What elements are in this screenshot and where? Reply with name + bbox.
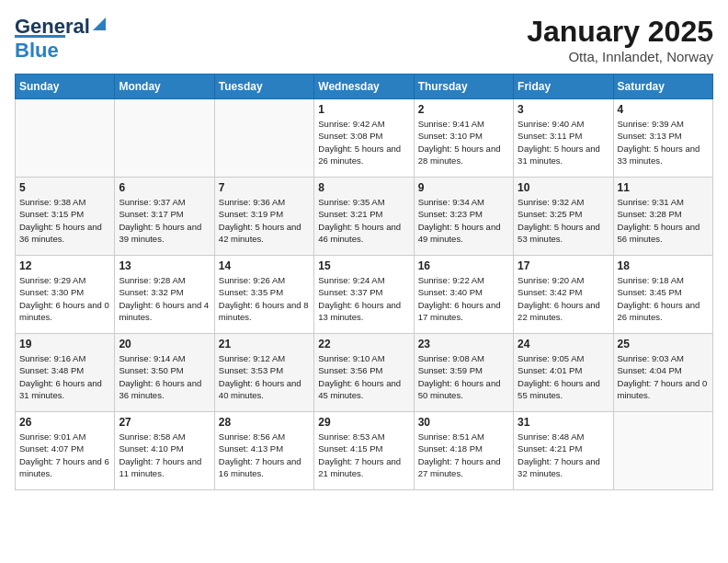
calendar-cell: 22Sunrise: 9:10 AM Sunset: 3:56 PM Dayli… — [314, 334, 414, 412]
day-number: 20 — [119, 338, 210, 350]
calendar-cell: 7Sunrise: 9:36 AM Sunset: 3:19 PM Daylig… — [214, 178, 313, 256]
calendar-cell: 30Sunrise: 8:51 AM Sunset: 4:18 PM Dayli… — [414, 412, 513, 490]
day-info: Sunrise: 9:01 AM Sunset: 4:07 PM Dayligh… — [19, 431, 110, 479]
day-info: Sunrise: 9:38 AM Sunset: 3:15 PM Dayligh… — [19, 196, 110, 245]
calendar-subtitle: Otta, Innlandet, Norway — [527, 49, 713, 64]
day-info: Sunrise: 9:35 AM Sunset: 3:21 PM Dayligh… — [318, 196, 409, 245]
day-number: 4 — [618, 103, 709, 116]
day-number: 14 — [219, 259, 310, 272]
day-info: Sunrise: 9:03 AM Sunset: 4:04 PM Dayligh… — [618, 352, 709, 401]
day-info: Sunrise: 9:08 AM Sunset: 3:59 PM Dayligh… — [418, 352, 509, 401]
calendar-cell: 10Sunrise: 9:32 AM Sunset: 3:25 PM Dayli… — [514, 178, 613, 256]
calendar-cell: 19Sunrise: 9:16 AM Sunset: 3:48 PM Dayli… — [16, 334, 115, 412]
day-info: Sunrise: 9:32 AM Sunset: 3:25 PM Dayligh… — [518, 196, 609, 245]
day-number: 11 — [618, 181, 709, 194]
calendar-cell: 24Sunrise: 9:05 AM Sunset: 4:01 PM Dayli… — [514, 334, 613, 412]
day-info: Sunrise: 9:05 AM Sunset: 4:01 PM Dayligh… — [518, 352, 609, 401]
day-number: 13 — [119, 259, 210, 272]
day-number: 30 — [418, 416, 509, 429]
day-info: Sunrise: 9:26 AM Sunset: 3:35 PM Dayligh… — [219, 274, 310, 323]
day-number: 27 — [119, 416, 210, 429]
day-info: Sunrise: 9:37 AM Sunset: 3:17 PM Dayligh… — [119, 196, 210, 245]
day-info: Sunrise: 9:22 AM Sunset: 3:40 PM Dayligh… — [418, 274, 509, 323]
calendar-cell: 17Sunrise: 9:20 AM Sunset: 3:42 PM Dayli… — [514, 256, 613, 334]
logo-blue: Blue — [15, 35, 65, 63]
day-number: 15 — [318, 259, 409, 272]
day-number: 26 — [19, 416, 110, 429]
calendar-cell — [115, 99, 214, 178]
calendar-cell: 1Sunrise: 9:42 AM Sunset: 3:08 PM Daylig… — [314, 99, 414, 178]
day-info: Sunrise: 9:41 AM Sunset: 3:10 PM Dayligh… — [418, 118, 509, 167]
day-info: Sunrise: 9:39 AM Sunset: 3:13 PM Dayligh… — [618, 118, 709, 167]
title-block: January 2025 Otta, Innlandet, Norway — [527, 15, 713, 64]
day-number: 7 — [219, 181, 310, 194]
calendar-cell: 13Sunrise: 9:28 AM Sunset: 3:32 PM Dayli… — [115, 256, 214, 334]
day-number: 31 — [518, 416, 609, 429]
calendar-cell: 18Sunrise: 9:18 AM Sunset: 3:45 PM Dayli… — [613, 256, 712, 334]
day-number: 1 — [318, 103, 409, 116]
day-number: 10 — [518, 181, 609, 194]
calendar-week-row: 12Sunrise: 9:29 AM Sunset: 3:30 PM Dayli… — [16, 256, 713, 334]
day-info: Sunrise: 8:56 AM Sunset: 4:13 PM Dayligh… — [219, 431, 310, 479]
day-info: Sunrise: 8:51 AM Sunset: 4:18 PM Dayligh… — [418, 431, 509, 479]
day-number: 24 — [518, 338, 609, 350]
calendar-cell: 27Sunrise: 8:58 AM Sunset: 4:10 PM Dayli… — [115, 412, 214, 490]
calendar-cell: 15Sunrise: 9:24 AM Sunset: 3:37 PM Dayli… — [314, 256, 414, 334]
svg-marker-0 — [93, 17, 106, 30]
day-info: Sunrise: 8:48 AM Sunset: 4:21 PM Dayligh… — [518, 431, 609, 479]
calendar-cell — [214, 99, 313, 178]
weekday-header-friday: Friday — [514, 75, 613, 99]
day-number: 29 — [318, 416, 409, 429]
calendar-cell: 29Sunrise: 8:53 AM Sunset: 4:15 PM Dayli… — [314, 412, 414, 490]
day-number: 19 — [19, 338, 110, 350]
day-number: 12 — [19, 259, 110, 272]
day-number: 21 — [219, 338, 310, 350]
weekday-header-sunday: Sunday — [16, 75, 115, 99]
weekday-header-monday: Monday — [115, 75, 214, 99]
day-number: 17 — [518, 259, 609, 272]
calendar-cell: 11Sunrise: 9:31 AM Sunset: 3:28 PM Dayli… — [613, 178, 712, 256]
calendar-cell — [16, 99, 115, 178]
calendar-cell: 14Sunrise: 9:26 AM Sunset: 3:35 PM Dayli… — [214, 256, 313, 334]
day-info: Sunrise: 9:42 AM Sunset: 3:08 PM Dayligh… — [318, 118, 409, 167]
calendar-cell: 25Sunrise: 9:03 AM Sunset: 4:04 PM Dayli… — [613, 334, 712, 412]
page-header: General Blue January 2025 Otta, Innlande… — [15, 15, 713, 64]
calendar-week-row: 26Sunrise: 9:01 AM Sunset: 4:07 PM Dayli… — [16, 412, 713, 490]
calendar-cell: 5Sunrise: 9:38 AM Sunset: 3:15 PM Daylig… — [16, 178, 115, 256]
day-number: 9 — [418, 181, 509, 194]
weekday-header-row: SundayMondayTuesdayWednesdayThursdayFrid… — [16, 75, 713, 99]
day-info: Sunrise: 9:18 AM Sunset: 3:45 PM Dayligh… — [618, 274, 709, 323]
calendar-cell: 8Sunrise: 9:35 AM Sunset: 3:21 PM Daylig… — [314, 178, 414, 256]
calendar-cell: 4Sunrise: 9:39 AM Sunset: 3:13 PM Daylig… — [613, 99, 712, 178]
weekday-header-saturday: Saturday — [613, 75, 712, 99]
day-number: 28 — [219, 416, 310, 429]
day-number: 16 — [418, 259, 509, 272]
day-number: 3 — [518, 103, 609, 116]
calendar-cell: 20Sunrise: 9:14 AM Sunset: 3:50 PM Dayli… — [115, 334, 214, 412]
day-info: Sunrise: 9:14 AM Sunset: 3:50 PM Dayligh… — [119, 352, 210, 401]
day-info: Sunrise: 8:53 AM Sunset: 4:15 PM Dayligh… — [318, 431, 409, 479]
logo-arrow-icon — [91, 16, 108, 32]
day-number: 22 — [318, 338, 409, 350]
day-info: Sunrise: 9:36 AM Sunset: 3:19 PM Dayligh… — [219, 196, 310, 245]
calendar-cell: 21Sunrise: 9:12 AM Sunset: 3:53 PM Dayli… — [214, 334, 313, 412]
day-number: 25 — [618, 338, 709, 350]
day-info: Sunrise: 9:16 AM Sunset: 3:48 PM Dayligh… — [19, 352, 110, 401]
day-number: 6 — [119, 181, 210, 194]
day-info: Sunrise: 8:58 AM Sunset: 4:10 PM Dayligh… — [119, 431, 210, 479]
weekday-header-thursday: Thursday — [414, 75, 513, 99]
weekday-header-wednesday: Wednesday — [314, 75, 414, 99]
calendar-cell: 2Sunrise: 9:41 AM Sunset: 3:10 PM Daylig… — [414, 99, 513, 178]
calendar-week-row: 19Sunrise: 9:16 AM Sunset: 3:48 PM Dayli… — [16, 334, 713, 412]
calendar-cell: 16Sunrise: 9:22 AM Sunset: 3:40 PM Dayli… — [414, 256, 513, 334]
calendar-week-row: 1Sunrise: 9:42 AM Sunset: 3:08 PM Daylig… — [16, 99, 713, 178]
calendar-cell: 9Sunrise: 9:34 AM Sunset: 3:23 PM Daylig… — [414, 178, 513, 256]
calendar-week-row: 5Sunrise: 9:38 AM Sunset: 3:15 PM Daylig… — [16, 178, 713, 256]
calendar-cell: 23Sunrise: 9:08 AM Sunset: 3:59 PM Dayli… — [414, 334, 513, 412]
calendar-cell — [613, 412, 712, 490]
day-info: Sunrise: 9:29 AM Sunset: 3:30 PM Dayligh… — [19, 274, 110, 323]
day-info: Sunrise: 9:10 AM Sunset: 3:56 PM Dayligh… — [318, 352, 409, 401]
day-number: 8 — [318, 181, 409, 194]
calendar-cell: 26Sunrise: 9:01 AM Sunset: 4:07 PM Dayli… — [16, 412, 115, 490]
day-info: Sunrise: 9:20 AM Sunset: 3:42 PM Dayligh… — [518, 274, 609, 323]
